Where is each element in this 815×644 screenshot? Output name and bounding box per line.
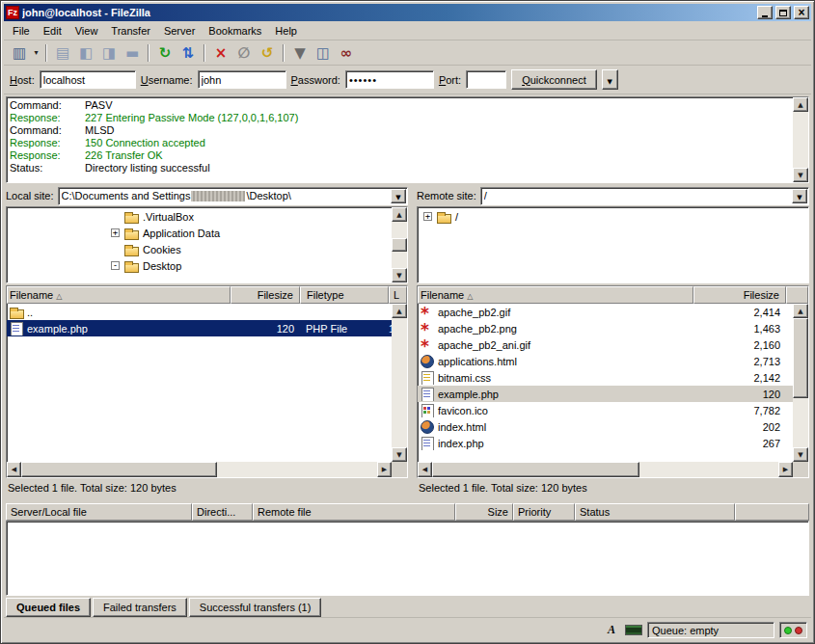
scroll-track[interactable] bbox=[432, 462, 778, 477]
column-header-filesize[interactable]: Filesize bbox=[693, 286, 786, 304]
file-row-apache-pb2-ani-gif[interactable]: apache_pb2_ani.gif 2,160 bbox=[418, 336, 793, 353]
titlebar[interactable]: Fz john@localhost - FileZilla bbox=[4, 4, 811, 21]
tree-item-cookies[interactable]: Cookies bbox=[7, 241, 392, 257]
tree-item-virtualbox[interactable]: .VirtualBox bbox=[7, 208, 392, 225]
close-button[interactable] bbox=[794, 6, 809, 19]
scroll-track[interactable] bbox=[392, 318, 407, 447]
column-header-remote-file[interactable]: Remote file bbox=[253, 503, 455, 521]
file-row-index-html[interactable]: index.html 202 bbox=[418, 418, 793, 435]
column-header-lastmodified[interactable]: L bbox=[389, 286, 407, 304]
quickconnect-button[interactable]: Quickconnect bbox=[511, 69, 597, 90]
toolbar-process-queue-button[interactable]: ⇅ bbox=[177, 42, 200, 64]
minimize-button[interactable] bbox=[757, 6, 773, 19]
column-header-filesize[interactable]: Filesize bbox=[231, 286, 300, 304]
toolbar-cancel-button[interactable]: × bbox=[209, 42, 232, 64]
scroll-up-button[interactable] bbox=[392, 207, 407, 222]
password-input[interactable] bbox=[345, 70, 434, 89]
menu-item-file[interactable]: File bbox=[6, 22, 37, 40]
tree-item-application-data[interactable]: + Application Data bbox=[7, 225, 392, 241]
scroll-up-button[interactable] bbox=[392, 304, 407, 318]
toolbar-site-manager-dropdown-button[interactable]: ▾ bbox=[31, 42, 41, 64]
column-header-direction[interactable]: Directi... bbox=[192, 503, 253, 521]
file-row-example-php[interactable]: example.php 120 bbox=[418, 386, 793, 402]
toolbar-compare-button[interactable]: ◫ bbox=[312, 42, 335, 64]
column-header-size[interactable]: Size bbox=[455, 503, 513, 521]
scroll-down-button[interactable] bbox=[392, 447, 407, 462]
remote-list-vertical-scrollbar[interactable] bbox=[793, 304, 808, 462]
scroll-thumb[interactable] bbox=[392, 238, 407, 252]
column-header-priority[interactable]: Priority bbox=[513, 503, 575, 521]
local-tree-scrollbar[interactable] bbox=[392, 207, 407, 282]
queue-list[interactable] bbox=[6, 521, 809, 596]
local-site-combo[interactable]: C:\Documents and Settings\Desktop\ bbox=[58, 187, 408, 205]
username-input[interactable] bbox=[198, 70, 286, 89]
file-row-bitnami-css[interactable]: bitnami.css 2,142 bbox=[418, 369, 793, 386]
toolbar-find-button[interactable]: ∞ bbox=[335, 42, 358, 64]
toolbar-toggle-remote-tree-button[interactable]: ◨ bbox=[97, 42, 121, 64]
scroll-up-button[interactable] bbox=[793, 97, 808, 112]
remote-list-horizontal-scrollbar[interactable] bbox=[418, 462, 808, 477]
column-header-filename[interactable]: Filename bbox=[7, 286, 231, 304]
scroll-track[interactable] bbox=[793, 112, 808, 168]
file-row-index-php[interactable]: index.php 267 bbox=[418, 435, 793, 451]
file-row-[interactable]: .. bbox=[7, 304, 392, 320]
file-row-example-php[interactable]: example.php 120 PHP File 1 bbox=[7, 320, 392, 336]
quickconnect-dropdown-button[interactable] bbox=[602, 69, 618, 90]
host-input[interactable] bbox=[40, 70, 136, 89]
column-header-filename[interactable]: Filename bbox=[418, 286, 693, 304]
maximize-button[interactable] bbox=[775, 6, 791, 19]
toolbar-disconnect-button[interactable]: ∅ bbox=[232, 42, 256, 64]
toolbar-toggle-log-button[interactable]: ▤ bbox=[51, 42, 74, 64]
file-row-applications-html[interactable]: applications.html 2,713 bbox=[418, 353, 793, 369]
toolbar-toggle-queue-button[interactable]: ▬ bbox=[121, 42, 144, 64]
local-list-horizontal-scrollbar[interactable] bbox=[7, 462, 407, 477]
local-site-dropdown-button[interactable] bbox=[391, 189, 406, 203]
scroll-thumb[interactable] bbox=[432, 462, 639, 477]
toolbar-toggle-local-tree-button[interactable]: ◧ bbox=[74, 42, 97, 64]
file-row-apache-pb2-gif[interactable]: apache_pb2.gif 2,414 bbox=[418, 304, 793, 320]
remote-site-dropdown-button[interactable] bbox=[792, 189, 807, 203]
scroll-down-button[interactable] bbox=[793, 447, 808, 462]
log-line-type: Command: bbox=[10, 99, 85, 112]
scroll-track[interactable] bbox=[392, 222, 407, 268]
scroll-left-button[interactable] bbox=[418, 462, 432, 477]
toolbar-filter-button[interactable]: ▼ bbox=[288, 42, 312, 64]
tree-expander-icon[interactable]: + bbox=[111, 228, 120, 237]
tree-expander-icon[interactable]: + bbox=[423, 212, 432, 221]
log-line: Response: 150 Connection accepted bbox=[10, 137, 790, 149]
local-list-vertical-scrollbar[interactable] bbox=[392, 304, 407, 462]
tree-item-root[interactable]: + / bbox=[418, 208, 808, 225]
menu-item-help[interactable]: Help bbox=[268, 22, 304, 40]
scroll-right-button[interactable] bbox=[778, 462, 793, 477]
scroll-left-button[interactable] bbox=[7, 462, 21, 477]
menu-item-transfer[interactable]: Transfer bbox=[104, 22, 157, 40]
tab-successful-transfers-1[interactable]: Successful transfers (1) bbox=[189, 598, 322, 617]
remote-site-combo[interactable]: / bbox=[480, 187, 809, 205]
scroll-down-button[interactable] bbox=[392, 268, 407, 282]
column-header-status[interactable]: Status bbox=[575, 503, 735, 521]
menu-item-server[interactable]: Server bbox=[157, 22, 202, 40]
toolbar-reconnect-button[interactable]: ↺ bbox=[256, 42, 279, 64]
scroll-right-button[interactable] bbox=[377, 462, 392, 477]
scroll-thumb[interactable] bbox=[21, 462, 217, 477]
tree-item-desktop[interactable]: - Desktop bbox=[7, 257, 392, 274]
menu-item-edit[interactable]: Edit bbox=[37, 22, 68, 40]
file-row-favicon-ico[interactable]: favicon.ico 7,782 bbox=[418, 402, 793, 418]
log-vertical-scrollbar[interactable] bbox=[793, 97, 808, 182]
scroll-thumb[interactable] bbox=[793, 318, 808, 398]
tree-expander-icon[interactable]: - bbox=[111, 261, 120, 270]
scroll-up-button[interactable] bbox=[793, 304, 808, 318]
tab-queued-files[interactable]: Queued files bbox=[6, 598, 91, 617]
menu-item-view[interactable]: View bbox=[68, 22, 105, 40]
column-header-server-local-file[interactable]: Server/Local file bbox=[6, 503, 192, 521]
scroll-track[interactable] bbox=[793, 318, 808, 447]
toolbar-refresh-button[interactable]: ↻ bbox=[153, 42, 177, 64]
menu-item-bookmarks[interactable]: Bookmarks bbox=[202, 22, 268, 40]
file-row-apache-pb2-png[interactable]: apache_pb2.png 1,463 bbox=[418, 320, 793, 336]
toolbar-site-manager-button[interactable]: ▥ bbox=[8, 42, 31, 64]
port-input[interactable] bbox=[466, 70, 506, 89]
scroll-track[interactable] bbox=[21, 462, 377, 477]
column-header-filetype[interactable]: Filetype bbox=[300, 286, 389, 304]
scroll-down-button[interactable] bbox=[793, 168, 808, 182]
tab-failed-transfers[interactable]: Failed transfers bbox=[93, 598, 187, 617]
